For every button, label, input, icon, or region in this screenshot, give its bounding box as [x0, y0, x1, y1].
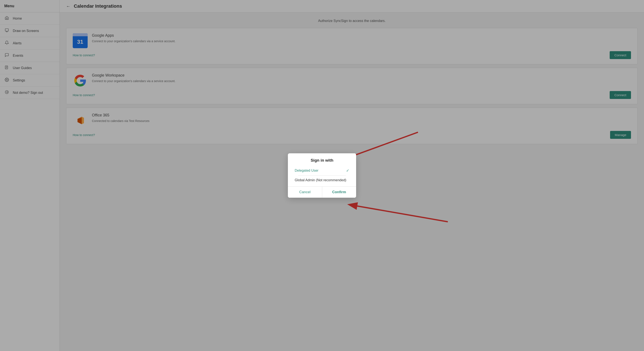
modal-title: Sign in with	[311, 158, 334, 162]
modal-footer: Cancel Confirm	[288, 186, 356, 198]
modal-overlay: Sign in with Delegated User ✓ Global Adm…	[0, 0, 644, 351]
modal-option-delegated-user[interactable]: Delegated User ✓	[293, 166, 351, 176]
delegated-user-label: Delegated User	[295, 169, 318, 172]
global-admin-label: Global Admin (Not recommended)	[295, 178, 346, 182]
cancel-button[interactable]: Cancel	[288, 186, 322, 198]
sign-in-modal: Sign in with Delegated User ✓ Global Adm…	[288, 153, 356, 198]
confirm-button[interactable]: Confirm	[322, 186, 356, 198]
modal-option-global-admin[interactable]: Global Admin (Not recommended)	[293, 176, 351, 185]
modal-options: Delegated User ✓ Global Admin (Not recom…	[288, 166, 356, 186]
check-icon: ✓	[346, 168, 349, 173]
modal-header: Sign in with	[288, 153, 356, 166]
